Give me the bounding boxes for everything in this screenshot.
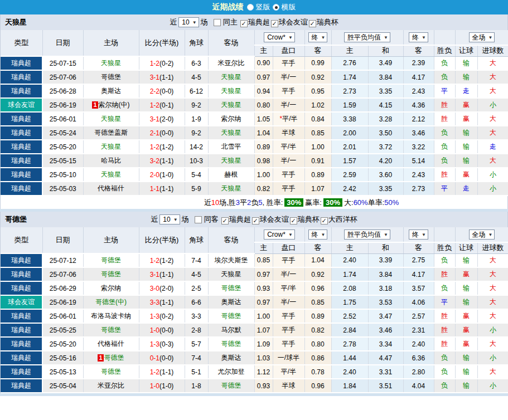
scope-select[interactable]: 全场▼ (469, 32, 495, 42)
home-team[interactable]: 哥德堡 (83, 253, 139, 267)
avg-time-select[interactable]: 终▼ (409, 229, 428, 240)
away-team[interactable]: 天狼星 (208, 126, 254, 140)
away-team-name[interactable]: 天狼星 (221, 184, 241, 192)
away-team[interactable]: 天狼星 (208, 154, 254, 168)
home-team[interactable]: 代格福什 (83, 337, 139, 351)
away-team[interactable]: 天狼星 (208, 98, 254, 112)
avg-type-select[interactable]: 胜平负均值▼ (344, 32, 390, 42)
home-team[interactable]: 哥德堡 (83, 365, 139, 379)
odds-company-select[interactable]: Crow*▼ (264, 229, 295, 240)
away-team-name[interactable]: 天狼星 (221, 87, 241, 95)
layout-radio-horizontal[interactable] (273, 4, 279, 11)
home-team[interactable]: 天狼星 (83, 112, 139, 126)
handicap-time-select[interactable]: 终▼ (308, 32, 328, 42)
away-team-name[interactable]: 马尔默 (221, 326, 241, 334)
away-team-name[interactable]: 哥德堡 (221, 340, 241, 348)
away-team[interactable]: 索尔纳 (208, 112, 254, 126)
scope-select[interactable]: 全场▼ (469, 229, 495, 240)
same-venue-checkbox[interactable] (195, 216, 202, 223)
home-team[interactable]: 米亚尔比 (83, 379, 139, 393)
away-team[interactable]: 天狼星 (208, 84, 254, 98)
home-team-name[interactable]: 代格福什 (98, 184, 124, 192)
away-team[interactable]: 哥德堡 (208, 379, 254, 393)
home-team[interactable]: 布洛马波卡纳 (83, 309, 139, 323)
away-team-name[interactable]: 哥德堡 (221, 312, 241, 320)
layout-radio-vertical[interactable] (247, 4, 254, 11)
away-team[interactable]: 赫根 (208, 168, 254, 182)
league-checkbox[interactable] (252, 217, 259, 224)
home-team-name[interactable]: 布洛马波卡纳 (91, 312, 131, 320)
home-team-name[interactable]: 哥德堡 (101, 73, 121, 81)
away-team[interactable]: 北雪平 (208, 140, 254, 154)
home-team-name[interactable]: 哥德堡 (101, 256, 121, 264)
match-count-select[interactable]: 10▼ (178, 17, 199, 27)
layout-radio-label[interactable]: 竖版 (256, 2, 270, 12)
home-team-name[interactable]: 天狼星 (101, 143, 121, 150)
away-team-name[interactable]: 索尔纳 (221, 115, 241, 123)
away-team-name[interactable]: 天狼星 (221, 270, 241, 278)
away-team-name[interactable]: 尤尔加登 (218, 368, 245, 375)
away-team[interactable]: 天狼星 (208, 267, 254, 281)
league-checkbox[interactable] (221, 217, 229, 224)
away-team-name[interactable]: 哥德堡 (221, 382, 241, 389)
home-team-name[interactable]: 索尔纳(中) (99, 101, 130, 109)
away-team[interactable]: 天狼星 (208, 182, 254, 196)
match-count-select[interactable]: 10▼ (159, 214, 180, 224)
home-team-name[interactable]: 哥德堡(中) (95, 298, 127, 306)
home-team[interactable]: 哥德堡 (83, 267, 139, 281)
away-team[interactable]: 奥斯达 (208, 295, 254, 309)
home-team[interactable]: 1索尔纳(中) (83, 98, 139, 112)
home-team[interactable]: 哥德堡盖斯 (83, 126, 139, 140)
away-team-name[interactable]: 埃尔夫斯堡 (215, 256, 248, 264)
away-team[interactable]: 尤尔加登 (208, 365, 254, 379)
league-checkbox[interactable] (240, 20, 248, 27)
home-team-name[interactable]: 代格福什 (98, 340, 124, 348)
home-team-name[interactable]: 哈马比 (101, 157, 121, 164)
away-team-name[interactable]: 赫根 (225, 170, 238, 178)
league-checkbox[interactable] (309, 20, 316, 27)
home-team[interactable]: 1哥德堡 (83, 351, 139, 365)
home-team[interactable]: 天狼星 (83, 168, 139, 182)
away-team-name[interactable]: 哥德堡 (221, 284, 241, 292)
away-team[interactable]: 米亚尔比 (208, 56, 254, 70)
away-team-name[interactable]: 天狼星 (221, 157, 241, 164)
home-team[interactable]: 哥德堡 (83, 323, 139, 337)
home-team-name[interactable]: 天狼星 (101, 115, 121, 123)
home-team-name[interactable]: 天狼星 (101, 59, 121, 67)
away-team-name[interactable]: 天狼星 (221, 73, 241, 81)
home-team-name[interactable]: 哥德堡 (104, 354, 124, 362)
away-team[interactable]: 马尔默 (208, 323, 254, 337)
league-checkbox[interactable] (290, 217, 297, 224)
away-team-name[interactable]: 天狼星 (221, 101, 241, 109)
home-team[interactable]: 哥德堡 (83, 70, 139, 84)
home-team-name[interactable]: 哥德堡 (101, 326, 121, 334)
odds-company-select[interactable]: Crow*▼ (264, 32, 295, 42)
away-team[interactable]: 埃尔夫斯堡 (208, 253, 254, 267)
home-team[interactable]: 索尔纳 (83, 281, 139, 295)
home-team-name[interactable]: 奥斯达 (101, 87, 121, 95)
home-team-name[interactable]: 米亚尔比 (98, 382, 124, 389)
handicap-time-select[interactable]: 终▼ (308, 229, 328, 240)
away-team[interactable]: 奥斯达 (208, 351, 254, 365)
away-team[interactable]: 哥德堡 (208, 309, 254, 323)
league-checkbox[interactable] (271, 20, 278, 27)
away-team-name[interactable]: 奥斯达 (221, 298, 241, 306)
avg-time-select[interactable]: 终▼ (409, 32, 428, 42)
home-team-name[interactable]: 索尔纳 (101, 284, 121, 292)
away-team-name[interactable]: 北雪平 (221, 143, 241, 150)
away-team-name[interactable]: 米亚尔比 (218, 59, 245, 67)
away-team[interactable]: 天狼星 (208, 70, 254, 84)
away-team-name[interactable]: 奥斯达 (221, 354, 241, 362)
away-team[interactable]: 哥德堡 (208, 281, 254, 295)
home-team-name[interactable]: 哥德堡盖斯 (94, 129, 128, 136)
away-team-name[interactable]: 天狼星 (221, 129, 241, 136)
home-team-name[interactable]: 哥德堡 (101, 368, 121, 375)
away-team[interactable]: 哥德堡 (208, 337, 254, 351)
home-team[interactable]: 奥斯达 (83, 84, 139, 98)
layout-radio-label[interactable]: 横版 (282, 2, 296, 12)
same-venue-checkbox[interactable] (214, 19, 221, 26)
home-team-name[interactable]: 天狼星 (101, 170, 121, 178)
home-team[interactable]: 代格福什 (83, 182, 139, 196)
home-team-name[interactable]: 哥德堡 (101, 270, 121, 278)
home-team[interactable]: 哥德堡(中) (83, 295, 139, 309)
